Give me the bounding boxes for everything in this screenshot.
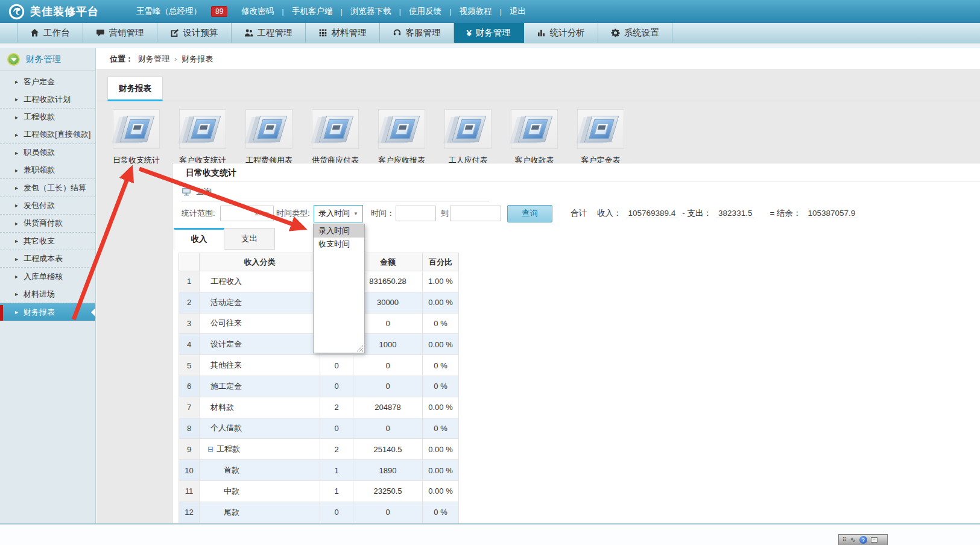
topbar-link-3[interactable]: 使用反馈: [401, 6, 449, 17]
collapse-icon[interactable]: ⊟: [207, 445, 213, 453]
sidebar-item-label: 发包付款: [24, 200, 55, 211]
sidebar-item-11[interactable]: ▸入库单稽核: [0, 268, 95, 285]
nav-tab-grid[interactable]: 材料管理: [306, 23, 380, 43]
sidebar-item-6[interactable]: ▸发包（工长）结算: [0, 179, 95, 197]
nav-tab-gear[interactable]: 系统设置: [598, 23, 672, 43]
sidebar-item-4[interactable]: ▸职员领款: [0, 144, 95, 162]
category-text: 活动定金: [210, 298, 242, 307]
topbar-link-5[interactable]: 退出: [502, 6, 534, 17]
sidebar-item-2[interactable]: ▸工程收款: [0, 109, 95, 126]
nav-tab-label: 材料管理: [332, 27, 367, 39]
nav-tab-edit[interactable]: 设计预算: [157, 23, 232, 43]
breadcrumb-item-1[interactable]: 财务报表: [182, 54, 213, 65]
table-row[interactable]: 7材料款22048780.00 %: [179, 397, 459, 418]
minimize-icon[interactable]: −: [871, 537, 877, 543]
report-shortcut-3[interactable]: 供货商应付表: [311, 109, 359, 166]
time-to-input[interactable]: [450, 206, 501, 221]
sidebar-item-8[interactable]: ▸供货商付款: [0, 215, 95, 232]
sidebar-item-10[interactable]: ▸工程成本表: [0, 250, 95, 268]
table-row[interactable]: 5其他往来000 %: [179, 355, 459, 376]
col-index: [179, 253, 200, 271]
row-percent: 0 %: [423, 502, 459, 523]
to-label: 到: [441, 203, 449, 224]
time-type-select[interactable]: 录入时间 ▼: [314, 205, 363, 222]
nav-gap: [0, 44, 980, 48]
resize-handle-icon[interactable]: [356, 345, 363, 351]
sidebar-item-1[interactable]: ▸工程收款计划: [0, 90, 95, 108]
triangle-right-icon: ▸: [15, 96, 18, 102]
totals-bar: 合计 收入： 105769389.4 - 支出： 382331.5 = 结余： …: [571, 203, 858, 224]
sidebar-item-0[interactable]: ▸客户定金: [0, 73, 95, 90]
sidebar-item-7[interactable]: ▸发包付款: [0, 197, 95, 215]
row-category: 施工定金: [200, 376, 320, 397]
help-icon[interactable]: ?: [859, 536, 867, 544]
nav-tab-yen[interactable]: ¥财务管理: [454, 23, 524, 43]
totals-label: 合计: [571, 208, 587, 219]
report-shortcut-6[interactable]: 客户收款表: [510, 109, 558, 166]
dropdown-option-0[interactable]: 录入时间: [314, 224, 364, 238]
topbar-link-2[interactable]: 浏览器下载: [343, 6, 399, 17]
range-combobox[interactable]: × ▼: [220, 206, 274, 221]
nav-tab-users[interactable]: 工程管理: [232, 23, 306, 43]
brand-title: 美佳装修平台: [30, 4, 99, 19]
sidebar-item-9[interactable]: ▸其它收支: [0, 233, 95, 250]
report-3d-icon: [245, 109, 292, 149]
report-shortcut-1[interactable]: 客户收支统计: [179, 109, 227, 166]
row-count: 2: [320, 397, 353, 418]
user-name[interactable]: 王雪峰（总经理）: [136, 6, 201, 17]
nav-tab-chart[interactable]: 统计分析: [524, 23, 598, 43]
sidebar-item-12[interactable]: ▸材料进场: [0, 286, 95, 303]
topbar-link-1[interactable]: 手机客户端: [284, 6, 341, 17]
clear-icon[interactable]: ×: [254, 209, 259, 218]
table-row[interactable]: 9⊟工程款225140.50.00 %: [179, 439, 459, 460]
report-shortcut-4[interactable]: 客户应收报表: [378, 109, 426, 166]
row-percent: 0 %: [423, 418, 459, 439]
report-shortcut-2[interactable]: 工程费领用表: [245, 109, 293, 166]
category-text: 尾款: [224, 508, 239, 517]
sidebar-title: 财务管理: [26, 54, 61, 65]
sidebar-header[interactable]: 财务管理: [0, 48, 95, 71]
grid-dots-icon[interactable]: ⠿: [842, 537, 847, 543]
headset-icon: [393, 28, 402, 37]
nav-tab-label: 系统设置: [624, 27, 659, 39]
topbar-link-4[interactable]: 视频教程: [451, 6, 499, 17]
table-row[interactable]: 10首款118900.00 %: [179, 460, 459, 481]
tab-income[interactable]: 收入: [174, 228, 224, 250]
triangle-right-icon: ▸: [15, 184, 18, 191]
report-3d-icon: [378, 109, 425, 149]
report-shortcut-0[interactable]: 日常收支统计: [112, 109, 160, 166]
nav-tab-chat[interactable]: 营销管理: [83, 23, 157, 43]
category-text: 其他往来: [210, 361, 242, 370]
income-value: 105769389.4: [626, 209, 678, 218]
topbar-link-0[interactable]: 修改密码: [233, 6, 282, 17]
row-category: ⊟工程款: [200, 439, 320, 460]
table-row[interactable]: 11中款123250.50.00 %: [179, 480, 459, 502]
sidebar-item-13[interactable]: ▸财务报表: [0, 303, 95, 321]
nav-tab-headset[interactable]: 客服管理: [380, 23, 454, 43]
table-row[interactable]: 12尾款000 %: [179, 502, 459, 523]
time-from-input[interactable]: [396, 206, 436, 221]
breadcrumb-item-0[interactable]: 财务管理: [138, 54, 169, 65]
row-category: 设计定金: [200, 334, 320, 355]
dropdown-option-1[interactable]: 收支时间: [314, 238, 364, 251]
sidebar-item-5[interactable]: ▸兼职领款: [0, 162, 95, 179]
tab-finance-report[interactable]: 财务报表: [107, 77, 163, 101]
report-shortcut-5[interactable]: 工人应付表: [444, 109, 492, 166]
chart-icon: [537, 28, 546, 37]
row-amount: 204878: [353, 397, 423, 418]
triangle-right-icon: ▸: [15, 131, 18, 138]
toolbar-divider: [182, 201, 489, 201]
report-shortcut-7[interactable]: 客户定金表: [577, 109, 625, 166]
chevron-down-icon[interactable]: ▼: [265, 211, 270, 216]
nav-tab-home[interactable]: 工作台: [17, 23, 83, 43]
tab-expense[interactable]: 支出: [224, 228, 275, 250]
report-3d-icon: [312, 109, 359, 149]
sidebar-item-3[interactable]: ▸工程领款[直接领款]: [0, 126, 95, 143]
curve-icon[interactable]: ∿: [850, 537, 856, 543]
balance-value: 105387057.9: [806, 209, 858, 218]
notification-badge[interactable]: 89: [211, 6, 227, 17]
sidebar-item-label: 材料进场: [24, 289, 55, 300]
search-button[interactable]: 查询: [507, 205, 552, 222]
table-row[interactable]: 8个人借款000 %: [179, 418, 459, 439]
table-row[interactable]: 6施工定金000 %: [179, 376, 459, 397]
